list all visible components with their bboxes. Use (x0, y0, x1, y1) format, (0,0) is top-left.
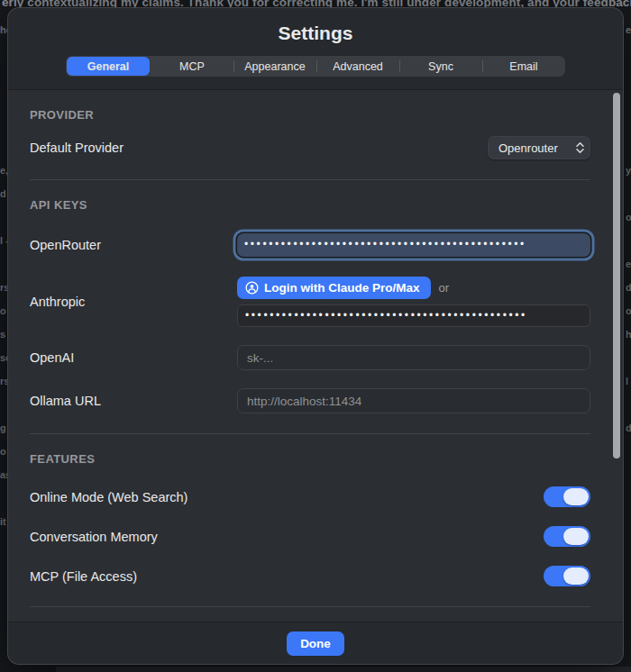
dialog-footer: Done (8, 622, 623, 664)
conversation-memory-row: Conversation Memory (30, 526, 590, 547)
openrouter-key-input[interactable]: ••••••••••••••••••••••••••••••••••••••••… (237, 233, 590, 257)
masked-key-value: ••••••••••••••••••••••••••••••••••••••••… (245, 309, 527, 322)
tab-separator (399, 60, 400, 72)
tab-general[interactable]: General (67, 57, 150, 76)
conversation-memory-label: Conversation Memory (30, 530, 158, 544)
done-button[interactable]: Done (287, 631, 344, 656)
settings-dialog: Settings General MCP Appearance Advanced… (7, 7, 624, 665)
ollama-url-label: Ollama URL (30, 394, 237, 408)
tab-sync[interactable]: Sync (399, 56, 482, 77)
tab-mcp[interactable]: MCP (151, 56, 233, 77)
tab-separator (482, 60, 483, 72)
tab-separator (316, 60, 317, 72)
default-provider-label: Default Provider (30, 141, 123, 155)
section-divider (30, 433, 590, 434)
login-claude-label: Login with Claude Pro/Max (264, 281, 420, 295)
chevron-up-down-icon (575, 141, 585, 154)
online-mode-toggle[interactable] (544, 486, 590, 507)
mcp-file-access-toggle[interactable] (544, 566, 590, 586)
settings-scroll-area[interactable]: PROVIDER Default Provider Openrouter API… (8, 89, 623, 622)
openrouter-label: OpenRouter (30, 238, 237, 252)
background-right-fragments: e y o el d o h l d (626, 18, 631, 440)
anthropic-label: Anthropic (30, 295, 237, 309)
tab-appearance[interactable]: Appearance (233, 56, 316, 77)
section-header-features: FEATURES (30, 452, 590, 466)
anthropic-key-row: Anthropic Login with Claude Pro/Max or •… (30, 277, 590, 327)
page-title: Settings (8, 23, 623, 44)
or-text: or (439, 281, 450, 295)
anthropic-key-input[interactable]: ••••••••••••••••••••••••••••••••••••••••… (237, 304, 590, 327)
tab-email[interactable]: Email (482, 56, 565, 77)
section-header-provider: PROVIDER (30, 108, 590, 122)
login-claude-button[interactable]: Login with Claude Pro/Max (237, 277, 431, 299)
toggle-knob (563, 488, 589, 505)
online-mode-label: Online Mode (Web Search) (30, 490, 187, 504)
openrouter-key-row: OpenRouter •••••••••••••••••••••••••••••… (30, 233, 590, 257)
toggle-knob (563, 568, 589, 585)
section-divider (30, 179, 590, 180)
masked-key-value: ••••••••••••••••••••••••••••••••••••••••… (244, 238, 526, 250)
mcp-file-access-row: MCP (File Access) (30, 566, 590, 586)
tab-advanced[interactable]: Advanced (316, 56, 399, 77)
default-provider-value: Openrouter (498, 141, 558, 155)
online-mode-row: Online Mode (Web Search) (30, 486, 590, 507)
background-input-bar (56, 667, 631, 672)
openai-key-row: OpenAI (30, 345, 590, 370)
default-provider-row: Default Provider Openrouter (30, 136, 590, 159)
toggle-knob (563, 528, 589, 545)
section-header-api-keys: API KEYS (30, 198, 590, 212)
ollama-url-input[interactable] (237, 388, 590, 413)
section-divider (30, 606, 590, 607)
openai-label: OpenAI (30, 350, 237, 365)
person-circle-icon (245, 281, 259, 295)
openai-key-input[interactable] (237, 345, 590, 370)
conversation-memory-toggle[interactable] (544, 526, 590, 547)
settings-tab-bar: General MCP Appearance Advanced Sync Ema… (66, 56, 565, 77)
scrollbar[interactable] (613, 93, 620, 459)
default-provider-select[interactable]: Openrouter (488, 136, 590, 159)
ollama-url-row: Ollama URL (30, 388, 590, 413)
tab-separator (233, 60, 234, 72)
mcp-file-access-label: MCP (File Access) (30, 569, 137, 584)
